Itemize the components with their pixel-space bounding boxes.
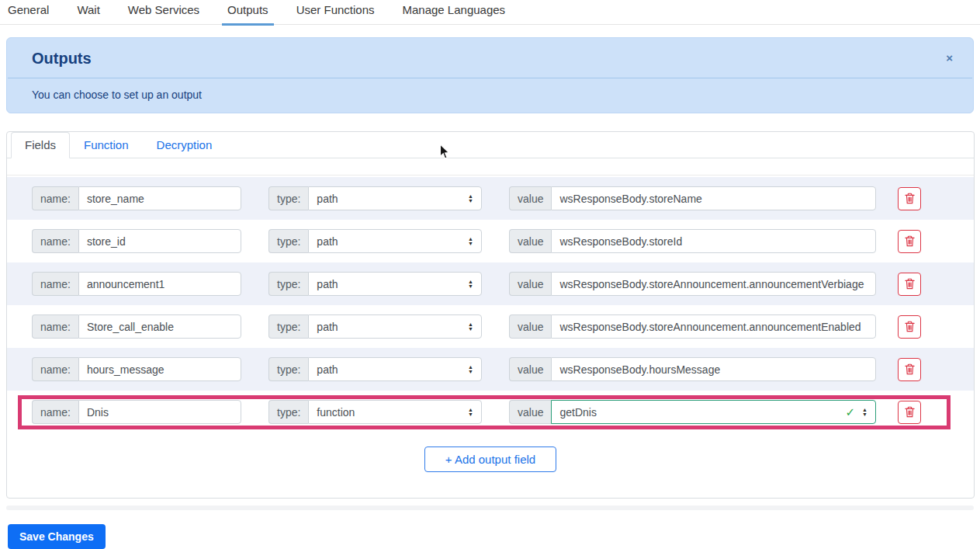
- output-field-row: name: type: path ▲▼ value: [7, 348, 974, 391]
- field-name-input[interactable]: [78, 357, 241, 381]
- delete-field-button[interactable]: [898, 401, 921, 424]
- value-prefix-label: value: [509, 186, 551, 210]
- name-prefix-label: name:: [32, 357, 78, 381]
- field-type-select[interactable]: function ▲▼: [308, 400, 482, 424]
- select-arrows-icon: ▲▼: [468, 365, 473, 374]
- close-icon[interactable]: ×: [946, 52, 953, 64]
- trash-icon: [905, 235, 915, 247]
- name-field-group: name:: [32, 357, 241, 381]
- select-arrows-icon: ▲▼: [468, 194, 473, 203]
- trash-icon: [905, 193, 915, 204]
- field-type-select[interactable]: path ▲▼: [308, 272, 482, 296]
- field-type-value: path: [317, 321, 468, 333]
- outputs-info-banner: Outputs You can choose to set up an outp…: [6, 37, 974, 113]
- panel-tab-label: Function: [84, 138, 129, 151]
- name-prefix-label: name:: [32, 186, 78, 210]
- delete-field-button[interactable]: [898, 358, 921, 381]
- top-nav-tab[interactable]: Web Services: [126, 0, 201, 24]
- field-value-input[interactable]: [551, 314, 876, 339]
- output-field-row: name: type: path ▲▼ value: [7, 305, 974, 348]
- banner-title: Outputs: [7, 38, 973, 78]
- delete-field-button[interactable]: [898, 187, 921, 210]
- top-nav-tab[interactable]: Manage Languages: [401, 0, 507, 24]
- field-name-input[interactable]: [78, 272, 241, 296]
- type-prefix-label: type:: [268, 272, 308, 296]
- type-field-group: type: path ▲▼: [268, 272, 482, 296]
- save-changes-button[interactable]: Save Changes: [8, 524, 106, 549]
- name-prefix-label: name:: [32, 314, 78, 339]
- type-field-group: type: path ▲▼: [268, 314, 482, 339]
- field-name-input[interactable]: [78, 186, 241, 210]
- field-value-input[interactable]: [551, 357, 876, 381]
- output-field-row: name: type: path ▲▼ value: [7, 220, 974, 262]
- field-value-input[interactable]: [551, 229, 876, 253]
- panel-tab[interactable]: Function: [70, 132, 143, 158]
- type-field-group: type: path ▲▼: [268, 357, 482, 381]
- add-field-row: + Add output field: [7, 446, 974, 472]
- top-nav-tab-label: Manage Languages: [403, 3, 506, 16]
- type-prefix-label: type:: [268, 314, 308, 339]
- banner-message: You can choose to set up an output: [7, 78, 973, 113]
- field-type-value: function: [317, 406, 468, 419]
- value-field-group: value: [509, 357, 876, 381]
- top-nav-tab[interactable]: User Functions: [295, 0, 376, 24]
- value-prefix-label: value: [509, 272, 551, 296]
- field-type-select[interactable]: path ▲▼: [308, 357, 482, 381]
- top-nav-tab-label: General: [8, 3, 49, 16]
- field-value-select-value: getDnis: [559, 406, 845, 419]
- name-field-group: name:: [32, 272, 241, 296]
- outputs-settings-page: General Wait Web Services Outputs User F…: [0, 0, 980, 549]
- value-prefix-label: value: [509, 400, 551, 424]
- field-name-input[interactable]: [78, 229, 241, 253]
- field-type-select[interactable]: path ▲▼: [308, 229, 482, 253]
- field-value-select[interactable]: getDnis ✓ ▲▼: [551, 400, 876, 424]
- value-field-group: value: [509, 314, 876, 339]
- field-value-input[interactable]: [551, 272, 876, 296]
- top-nav-tab[interactable]: General: [6, 0, 50, 24]
- top-nav-tab-label: Web Services: [128, 3, 199, 16]
- field-value-input[interactable]: [551, 186, 876, 210]
- top-nav-tab-label: Wait: [77, 3, 99, 16]
- delete-field-button[interactable]: [898, 273, 921, 296]
- select-arrows-icon: ▲▼: [468, 237, 473, 246]
- select-arrows-icon: ▲▼: [468, 280, 473, 289]
- top-nav-tab-label: Outputs: [227, 3, 268, 16]
- field-type-value: path: [317, 235, 468, 248]
- value-field-group: value: [509, 186, 876, 210]
- name-field-group: name:: [32, 186, 241, 210]
- panel-tab[interactable]: Decryption: [143, 132, 227, 158]
- outputs-panel: Fields Function Decryption name: type:: [6, 131, 975, 499]
- field-type-value: path: [317, 278, 468, 290]
- delete-field-button[interactable]: [898, 315, 921, 339]
- output-field-row: name: type: function ▲▼ value: [7, 391, 974, 433]
- field-type-select[interactable]: path ▲▼: [308, 314, 482, 339]
- name-prefix-label: name:: [32, 400, 78, 424]
- type-prefix-label: type:: [268, 229, 308, 253]
- output-field-row: name: type: path ▲▼ value: [7, 262, 974, 305]
- field-type-select[interactable]: path ▲▼: [308, 186, 482, 210]
- footer-divider: [6, 506, 974, 510]
- type-prefix-label: type:: [268, 186, 308, 210]
- name-prefix-label: name:: [32, 272, 78, 296]
- panel-tab[interactable]: Fields: [11, 132, 70, 158]
- field-name-input[interactable]: [78, 314, 241, 339]
- add-output-field-button[interactable]: + Add output field: [424, 446, 556, 472]
- delete-field-button[interactable]: [898, 230, 921, 253]
- select-arrows-icon: ▲▼: [468, 408, 473, 417]
- top-nav-tab[interactable]: Outputs: [226, 0, 270, 24]
- name-prefix-label: name:: [32, 229, 78, 253]
- trash-icon: [905, 363, 915, 375]
- type-field-group: type: path ▲▼: [268, 186, 482, 210]
- value-field-group: value getDnis ✓ ▲▼: [509, 400, 876, 424]
- select-arrows-icon: ▲▼: [862, 408, 867, 417]
- field-name-input[interactable]: [78, 400, 241, 424]
- value-prefix-label: value: [509, 357, 551, 381]
- name-field-group: name:: [32, 400, 241, 424]
- name-field-group: name:: [32, 314, 241, 339]
- top-nav-tab-label: User Functions: [296, 3, 375, 16]
- panel-tab-label: Decryption: [157, 138, 213, 151]
- top-nav-tab[interactable]: Wait: [75, 0, 101, 24]
- trash-icon: [905, 321, 915, 332]
- trash-icon: [905, 406, 915, 418]
- output-field-row: name: type: path ▲▼ value: [7, 177, 974, 220]
